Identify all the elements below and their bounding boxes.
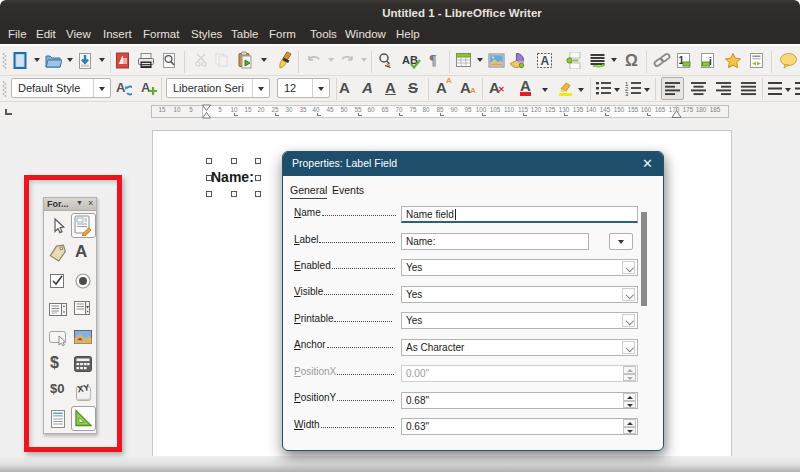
svg-text:A: A [541,54,550,68]
svg-text:A: A [116,80,126,95]
svg-text:Ω: Ω [625,52,638,69]
svg-text:3: 3 [625,91,629,97]
svg-text:A: A [141,80,151,95]
svg-text:¶: ¶ [429,53,437,68]
